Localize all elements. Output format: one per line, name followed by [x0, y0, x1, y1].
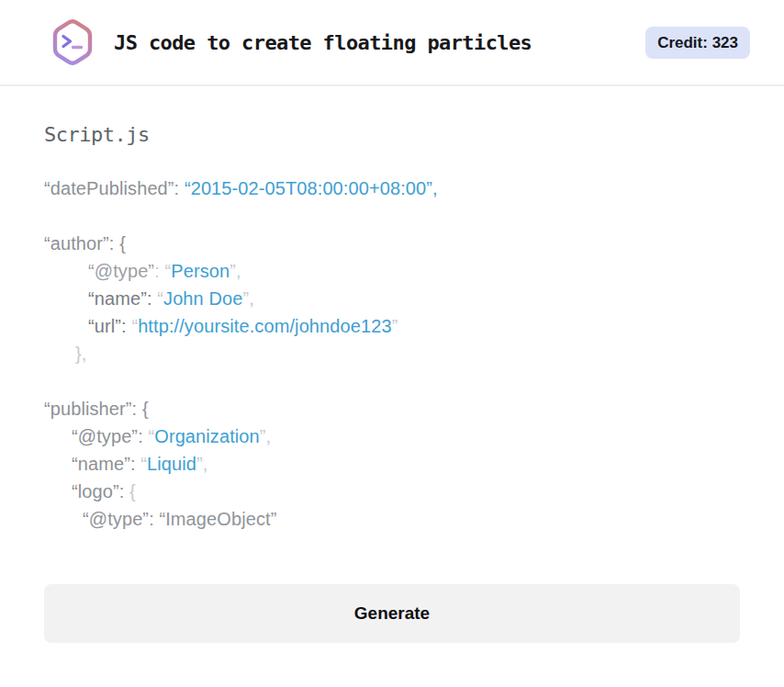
- code-line: [44, 367, 740, 395]
- code-line: “author”: {: [44, 230, 740, 257]
- file-title: Script.js: [44, 121, 740, 149]
- code-line: [44, 202, 740, 230]
- code-line: “publisher”: {: [44, 395, 740, 422]
- terminal-hexagon-icon: [48, 16, 97, 69]
- credit-badge: Credit: 323: [645, 27, 750, 59]
- code-line: “url”: “http://yoursite.com/johndoe123”: [88, 312, 740, 340]
- code-line: “name”: “Liquid”,: [72, 450, 740, 478]
- code-line: “@type”: “Person”,: [88, 257, 740, 285]
- main-content: Script.js “datePublished”: “2015-02-05T0…: [0, 121, 784, 643]
- code-line: “logo”: {: [72, 478, 740, 505]
- code-line: “@type”: “ImageObject”: [83, 505, 740, 533]
- generate-button[interactable]: Generate: [44, 584, 740, 643]
- page-title: JS code to create floating particles: [114, 31, 532, 54]
- code-line: “datePublished”: “2015-02-05T08:00:00+08…: [44, 175, 740, 202]
- header: JS code to create floating particles Cre…: [0, 0, 784, 86]
- code-block: “datePublished”: “2015-02-05T08:00:00+08…: [44, 175, 740, 533]
- code-line: “@type”: “Organization”,: [72, 422, 740, 450]
- code-line: },: [75, 340, 740, 367]
- code-line: “name”: “John Doe”,: [88, 285, 740, 312]
